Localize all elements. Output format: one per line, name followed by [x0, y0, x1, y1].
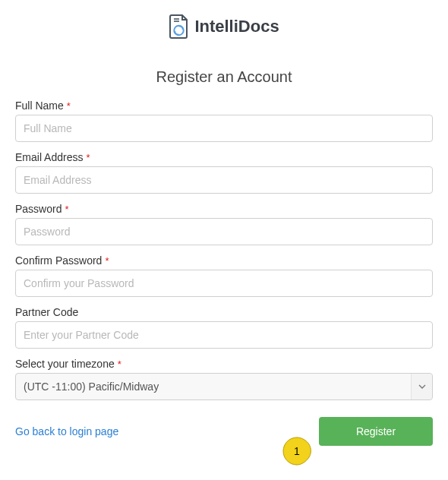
partner-code-field-group: Partner Code — [15, 306, 433, 349]
confirm-password-field-label: Confirm Password — [15, 254, 102, 267]
required-marker: * — [118, 358, 121, 370]
email-field-label: Email Address — [15, 151, 83, 163]
email-field-group: Email Address* — [15, 151, 433, 194]
back-to-login-link[interactable]: Go back to login page — [15, 425, 118, 437]
confirm-password-field[interactable] — [15, 270, 433, 297]
partner-code-field[interactable] — [15, 321, 433, 349]
register-button[interactable]: Register — [319, 417, 433, 446]
password-field[interactable] — [15, 218, 433, 245]
required-marker: * — [67, 100, 71, 112]
svg-text:1: 1 — [294, 445, 300, 457]
required-marker: * — [86, 152, 90, 163]
confirm-password-field-group: Confirm Password* — [15, 254, 433, 297]
brand-logo: IntelliDocs — [15, 14, 433, 39]
full-name-field-label: Full Name — [15, 99, 64, 112]
full-name-field-group: Full Name* — [15, 99, 433, 142]
required-marker: * — [65, 204, 68, 215]
password-field-group: Password* — [15, 203, 433, 245]
timezone-selected-value: (UTC -11:00) Pacific/Midway — [24, 381, 159, 393]
timezone-select[interactable]: (UTC -11:00) Pacific/Midway — [15, 373, 433, 400]
required-marker: * — [105, 255, 109, 267]
email-field[interactable] — [15, 166, 433, 194]
timezone-label: Select your timezone — [15, 358, 115, 370]
password-field-label: Password — [15, 203, 62, 215]
full-name-field[interactable] — [15, 115, 433, 142]
document-refresh-icon — [169, 14, 190, 39]
brand-name: IntelliDocs — [194, 17, 279, 36]
page-title: Register an Account — [15, 68, 433, 86]
partner-code-field-label: Partner Code — [15, 306, 78, 318]
timezone-field-group: Select your timezone * (UTC -11:00) Paci… — [15, 358, 433, 400]
